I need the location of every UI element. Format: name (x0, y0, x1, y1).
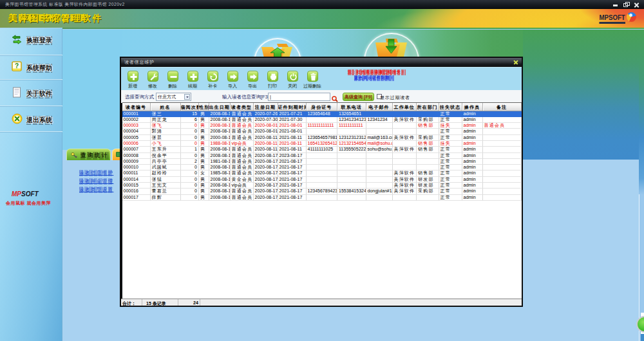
svg-text:?: ? (15, 62, 19, 69)
